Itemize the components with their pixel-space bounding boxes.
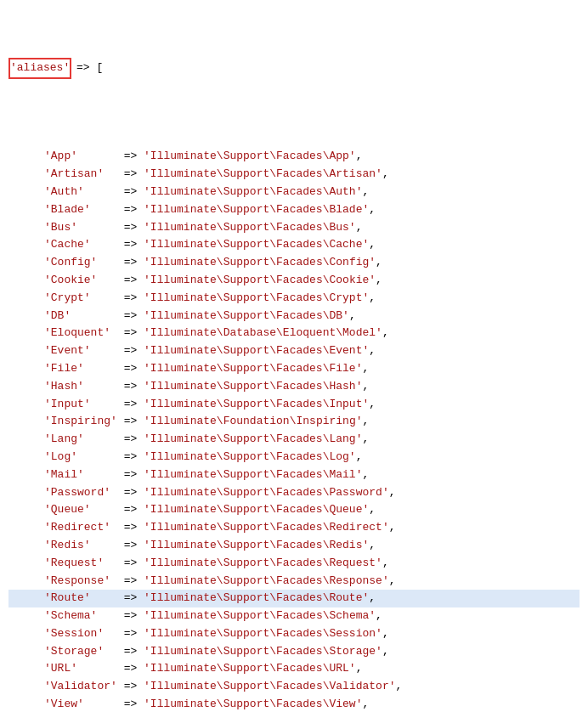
aliases-key: 'aliases' (10, 59, 70, 77)
entry-line-31: 'View' => 'Illuminate\Support\Facades\Vi… (8, 696, 580, 712)
entry-comma: , (356, 662, 363, 675)
entry-comma: , (369, 344, 376, 357)
entry-value: 'Illuminate\Support\Facades\Response' (144, 574, 389, 587)
entry-comma: , (362, 432, 369, 445)
entry-indent: 'Redis' => 'Illuminate\Support\Facades\R… (10, 537, 376, 555)
entry-spacing (97, 256, 123, 268)
entry-line-19: 'Password' => 'Illuminate\Support\Facade… (8, 484, 580, 502)
entry-arrow: => (124, 150, 144, 162)
entry-arrow: => (124, 238, 144, 251)
entry-arrow: => (124, 256, 144, 268)
entry-arrow: => (124, 309, 144, 322)
entry-value: 'Illuminate\Support\Facades\Queue' (144, 503, 369, 516)
entry-value: 'Illuminate\Database\Eloquent\Model' (144, 326, 382, 339)
entry-comma: , (369, 203, 376, 216)
entry-indent: 'App' => 'Illuminate\Support\Facades\App… (10, 148, 362, 166)
entry-spacing (97, 274, 123, 286)
entry-key: 'Crypt' (44, 291, 91, 304)
entry-spacing (84, 380, 124, 393)
entry-key: 'Event' (44, 344, 91, 357)
entry-arrow: => (124, 521, 144, 534)
entry-indent: 'Inspiring' => 'Illuminate\Foundation\In… (10, 413, 369, 431)
entry-arrow: => (124, 185, 144, 198)
entry-value: 'Illuminate\Support\Facades\Bus' (144, 221, 356, 234)
entry-indent: 'Storage' => 'Illuminate\Support\Facades… (10, 643, 389, 661)
entry-line-21: 'Redirect' => 'Illuminate\Support\Facade… (8, 519, 580, 537)
entry-comma: , (382, 167, 389, 180)
entry-value: 'Illuminate\Support\Facades\Cookie' (144, 274, 376, 286)
entry-spacing (104, 627, 123, 640)
entry-spacing (84, 362, 124, 375)
entry-arrow: => (124, 698, 144, 710)
entry-value: 'Illuminate\Support\Facades\Route' (144, 591, 369, 604)
entry-key: 'Route' (44, 591, 91, 604)
entry-value: 'Illuminate\Support\Facades\Crypt' (144, 291, 369, 304)
entry-spacing (91, 503, 124, 516)
entry-comma: , (369, 591, 376, 604)
entry-line-13: 'Hash' => 'Illuminate\Support\Facades\Ha… (8, 378, 580, 396)
entry-arrow: => (124, 680, 144, 692)
entry-key: 'Cookie' (44, 274, 97, 286)
entry-comma: , (362, 362, 369, 375)
entry-key: 'Config' (44, 256, 97, 268)
entry-spacing (104, 557, 123, 569)
entry-arrow: => (124, 203, 144, 216)
entry-comma: , (382, 557, 389, 569)
entry-arrow: => (124, 344, 144, 357)
entry-spacing (91, 291, 124, 304)
entry-key: 'Log' (44, 450, 77, 463)
entry-line-9: 'DB' => 'Illuminate\Support\Facades\DB', (8, 308, 580, 325)
entry-line-24: 'Response' => 'Illuminate\Support\Facade… (8, 573, 580, 591)
entry-key: 'Session' (44, 627, 104, 640)
entry-indent: 'Event' => 'Illuminate\Support\Facades\E… (10, 342, 376, 360)
entry-indent: 'Route' => 'Illuminate\Support\Facades\R… (10, 590, 376, 607)
entry-comma: , (362, 185, 369, 198)
entry-spacing (91, 591, 124, 604)
entry-key: 'App' (44, 150, 77, 162)
entry-value: 'Illuminate\Support\Facades\URL' (144, 662, 356, 675)
entry-spacing (117, 680, 124, 692)
entry-spacing (110, 521, 124, 534)
entry-indent: 'Artisan' => 'Illuminate\Support\Facades… (10, 166, 389, 184)
entry-value: 'Illuminate\Support\Facades\DB' (144, 309, 349, 322)
entry-key: 'Redirect' (44, 521, 110, 534)
entry-spacing (110, 574, 124, 587)
entry-comma: , (376, 256, 382, 268)
entry-key: 'File' (44, 362, 84, 375)
entry-indent: 'Lang' => 'Illuminate\Support\Facades\La… (10, 431, 369, 449)
entry-value: 'Illuminate\Support\Facades\Redis' (144, 539, 369, 551)
entry-value: 'Illuminate\Support\Facades\Log' (144, 450, 356, 463)
entry-line-12: 'File' => 'Illuminate\Support\Facades\Fi… (8, 360, 580, 378)
entry-spacing (71, 309, 123, 322)
entry-indent: 'Validator' => 'Illuminate\Support\Facad… (10, 678, 402, 696)
entry-value: 'Illuminate\Support\Facades\Event' (144, 344, 369, 357)
entry-arrow: => (124, 362, 144, 375)
entry-spacing (110, 486, 124, 499)
entry-indent: 'Eloquent' => 'Illuminate\Database\Eloqu… (10, 325, 389, 342)
entry-indent: 'URL' => 'Illuminate\Support\Facades\URL… (10, 660, 362, 678)
entry-spacing (84, 432, 124, 445)
entry-value: 'Illuminate\Support\Facades\Input' (144, 398, 369, 410)
entry-arrow: => (124, 503, 144, 516)
entry-comma: , (356, 450, 363, 463)
entry-line-22: 'Redis' => 'Illuminate\Support\Facades\R… (8, 537, 580, 555)
entry-value: 'Illuminate\Support\Facades\Storage' (144, 645, 382, 658)
entry-value: 'Illuminate\Support\Facades\Hash' (144, 380, 362, 393)
entry-value: 'Illuminate\Support\Facades\Schema' (144, 609, 376, 622)
entry-indent: 'Request' => 'Illuminate\Support\Facades… (10, 555, 389, 573)
entry-arrow: => (124, 221, 144, 234)
entry-line-25: 'Route' => 'Illuminate\Support\Facades\R… (8, 590, 580, 607)
entry-comma: , (362, 380, 369, 393)
entry-line-20: 'Queue' => 'Illuminate\Support\Facades\Q… (8, 501, 580, 519)
entry-line-18: 'Mail' => 'Illuminate\Support\Facades\Ma… (8, 466, 580, 484)
entry-value: 'Illuminate\Support\Facades\App' (144, 150, 356, 162)
entry-spacing (91, 203, 124, 216)
entry-line-10: 'Eloquent' => 'Illuminate\Database\Eloqu… (8, 325, 580, 342)
entry-arrow: => (124, 609, 144, 622)
entry-indent: 'Blade' => 'Illuminate\Support\Facades\B… (10, 201, 376, 219)
arrow-op: => [ (70, 59, 103, 77)
entry-comma: , (382, 645, 389, 658)
entry-indent: 'DB' => 'Illuminate\Support\Facades\DB', (10, 308, 356, 325)
entry-value: 'Illuminate\Support\Facades\Password' (144, 486, 389, 499)
entry-comma: , (382, 326, 389, 339)
